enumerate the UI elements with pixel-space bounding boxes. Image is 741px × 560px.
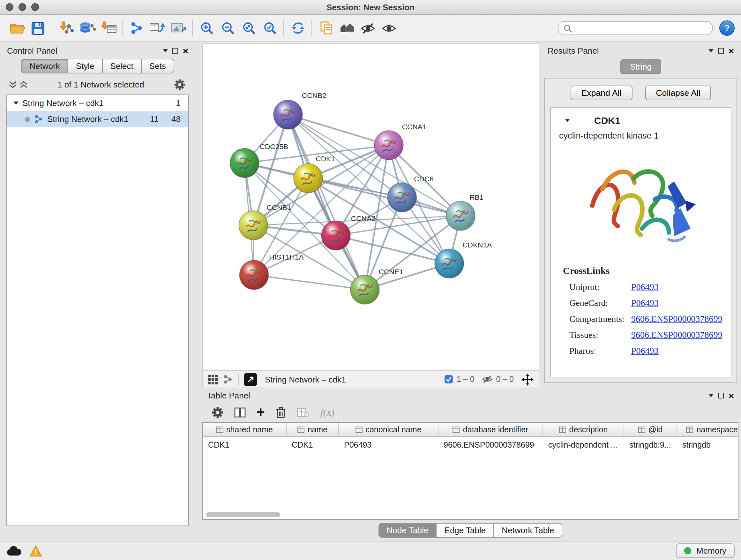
tab-network-table[interactable]: Network Table — [493, 523, 562, 538]
collapse-all-icon[interactable] — [9, 80, 17, 89]
toolbar-separator — [312, 19, 312, 37]
cell-description[interactable]: cyclin-dependent ... — [543, 440, 624, 449]
panel-collapse-icon[interactable] — [163, 49, 168, 52]
network-row[interactable]: String Network – cdk1 11 48 — [7, 111, 188, 127]
string-network-icon — [34, 114, 44, 124]
tab-edge-table[interactable]: Edge Table — [436, 523, 494, 538]
share-network-icon[interactable] — [223, 374, 233, 384]
delete-table-icon-disabled[interactable] — [297, 407, 310, 417]
tab-node-table[interactable]: Node Table — [378, 523, 436, 538]
panel-float-icon[interactable] — [718, 48, 724, 53]
tab-select[interactable]: Select — [102, 59, 141, 73]
window-controls — [6, 3, 39, 11]
tab-sets[interactable]: Sets — [141, 59, 174, 73]
minimize-window-button[interactable] — [18, 3, 26, 11]
expand-all-icon[interactable] — [20, 80, 27, 89]
column-header-namespace[interactable]: namespace — [677, 423, 738, 436]
open-in-browser-button[interactable] — [244, 373, 257, 386]
zoom-selected-button[interactable] — [259, 17, 280, 39]
panel-collapse-icon[interactable] — [709, 49, 714, 52]
zoom-in-icon — [199, 21, 213, 35]
import-network-database-button[interactable] — [77, 17, 98, 39]
gene-card-header[interactable]: CDK1 — [551, 113, 731, 131]
expand-all-button[interactable]: Expand All — [570, 85, 632, 100]
grid-view-icon[interactable] — [208, 374, 218, 384]
group-nodes-button[interactable] — [336, 17, 357, 39]
tab-style[interactable]: Style — [68, 59, 103, 73]
show-all-button[interactable] — [379, 17, 400, 39]
network-canvas[interactable]: CCNB2CCNA1CDC25BCDK1CDC6RB1CCNB1CCNA2CDK… — [202, 44, 539, 371]
network-from-table-button[interactable] — [147, 17, 168, 39]
search-input[interactable] — [575, 23, 707, 33]
cell-id[interactable]: stringdb:9... — [624, 440, 677, 449]
network-graph[interactable]: CCNB2CCNA1CDC25BCDK1CDC6RB1CCNB1CCNA2CDK… — [203, 44, 539, 370]
delete-trash-icon[interactable] — [276, 407, 286, 418]
gear-icon[interactable] — [174, 79, 185, 90]
disclosure-triangle-icon[interactable] — [13, 102, 18, 105]
new-network-button[interactable] — [126, 17, 147, 39]
tab-network[interactable]: Network — [21, 59, 68, 73]
refresh-button[interactable] — [287, 17, 308, 39]
crosslink-label: Tissues: — [569, 330, 631, 340]
column-header-canonical-name[interactable]: canonical name — [339, 423, 439, 436]
duplicate-page-button[interactable] — [315, 17, 336, 39]
add-column-icon[interactable]: + — [257, 405, 265, 419]
cell-name[interactable]: CDK1 — [286, 440, 339, 449]
selected-checkbox-icon[interactable] — [445, 375, 454, 384]
zoom-window-button[interactable] — [31, 3, 39, 11]
column-header-description[interactable]: description — [543, 423, 624, 436]
houses-icon — [339, 22, 355, 35]
save-session-button[interactable] — [27, 17, 49, 39]
close-window-button[interactable] — [6, 3, 13, 11]
show-columns-icon[interactable] — [234, 407, 246, 417]
cell-namespace[interactable]: stringdb — [677, 440, 738, 449]
network-label: String Network – cdk1 — [47, 114, 128, 124]
memory-button[interactable]: Memory — [676, 543, 735, 558]
hidden-eye-slash-icon[interactable] — [482, 375, 493, 384]
crosslink-link[interactable]: 9606.ENSP00000378699 — [631, 330, 722, 340]
crosslink-link[interactable]: P06493 — [631, 282, 659, 293]
hide-selected-button[interactable] — [357, 17, 379, 39]
results-tabs: String — [543, 59, 738, 74]
zoom-in-button[interactable] — [196, 17, 217, 39]
zoom-fit-button[interactable] — [238, 17, 259, 39]
cloud-icon[interactable] — [6, 546, 22, 556]
gene-collapse-icon[interactable] — [565, 119, 570, 122]
import-table-button[interactable] — [98, 17, 119, 39]
panel-float-icon[interactable] — [718, 392, 724, 398]
column-header-id[interactable]: @id — [624, 423, 677, 436]
panel-close-icon[interactable]: × — [728, 46, 734, 55]
panel-close-icon[interactable]: × — [183, 46, 188, 55]
table-row[interactable]: CDK1 CDK1 P06493 9606.ENSP00000378699 cy… — [203, 437, 738, 453]
crosslink-link[interactable]: P06493 — [631, 298, 659, 308]
horizontal-scrollbar-thumb[interactable] — [206, 512, 280, 517]
table-settings-gear-icon[interactable] — [212, 407, 223, 418]
global-search-field[interactable] — [558, 21, 713, 35]
warning-icon[interactable] — [29, 545, 42, 557]
column-header-shared-name[interactable]: shared name — [203, 423, 286, 436]
help-button[interactable]: ? — [719, 20, 735, 36]
zoom-out-button[interactable] — [217, 17, 238, 39]
panel-float-icon[interactable] — [172, 48, 178, 53]
cell-shared-name[interactable]: CDK1 — [203, 440, 286, 449]
panel-collapse-icon[interactable] — [709, 394, 714, 397]
move-tool-icon[interactable] — [522, 373, 534, 385]
open-session-button[interactable] — [6, 17, 27, 39]
cell-canonical-name[interactable]: P06493 — [339, 440, 439, 449]
export-image-button[interactable] — [168, 17, 189, 39]
table-panel-title: Table Panel — [207, 390, 250, 400]
column-header-database-identifier[interactable]: database identifier — [439, 423, 543, 436]
function-builder-icon-disabled[interactable]: f(x) — [320, 407, 334, 418]
import-network-file-button[interactable] — [56, 17, 77, 39]
cell-database-identifier[interactable]: 9606.ENSP00000378699 — [439, 440, 543, 449]
string-tab[interactable]: String — [620, 59, 661, 74]
network-edge-CCNB2-CCNE1[interactable] — [288, 115, 365, 290]
collapse-all-button[interactable]: Collapse All — [645, 85, 711, 100]
panel-close-icon[interactable]: × — [728, 390, 734, 400]
network-edge-HIST1H1A-CCNE1[interactable] — [254, 275, 365, 290]
network-collection-row[interactable]: String Network – cdk1 1 — [7, 95, 188, 111]
network-edge-CCNB2-CCNA1[interactable] — [288, 115, 389, 145]
crosslink-link[interactable]: P06493 — [631, 346, 659, 356]
column-header-name[interactable]: name — [286, 423, 339, 436]
crosslink-link[interactable]: 9606.ENSP00000378699 — [631, 314, 722, 324]
